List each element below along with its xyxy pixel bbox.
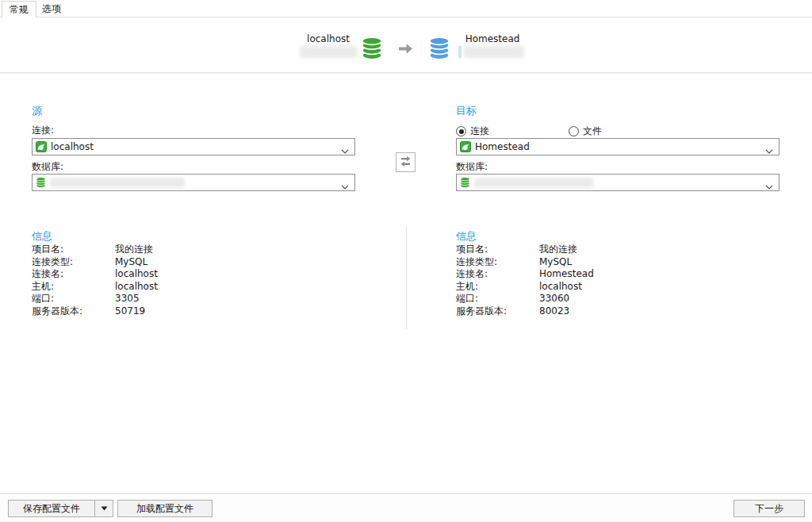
radio-unselected-icon xyxy=(569,126,579,136)
save-profile-split-button: 保存配置文件 xyxy=(8,500,113,517)
header-source-connection-label: localhost xyxy=(300,33,357,44)
radio-selected-icon xyxy=(456,126,466,136)
info-row: 端口:33060 xyxy=(456,293,594,305)
header-source-db-icon xyxy=(361,36,383,63)
load-profile-button[interactable]: 加载配置文件 xyxy=(117,500,213,517)
source-database-label: 数据库: xyxy=(32,160,63,174)
target-file-radio-label: 文件 xyxy=(583,125,602,138)
save-profile-dropdown-button[interactable] xyxy=(95,501,113,516)
header-target-db-icon xyxy=(428,36,450,63)
target-connection-select[interactable]: Homestead xyxy=(456,138,779,155)
triangle-down-icon xyxy=(101,506,108,511)
tab-general[interactable]: 常规 xyxy=(2,1,36,17)
source-connection-value: localhost xyxy=(51,141,94,152)
info-row: 服务器版本:50719 xyxy=(32,305,158,318)
header-target-connection-label: Homestead xyxy=(462,33,523,44)
tab-strip: 常规 选项 xyxy=(0,0,812,17)
info-row: 连接名:Homestead xyxy=(456,268,594,281)
target-connection-radio-label: 连接 xyxy=(470,125,489,138)
footer-bar: 保存配置文件 加载配置文件 下一步 xyxy=(0,493,812,522)
target-connection-radio[interactable]: 连接 xyxy=(456,125,489,138)
swap-source-target-button[interactable] xyxy=(396,152,416,172)
source-database-select[interactable] xyxy=(32,174,355,191)
target-info-list: 项目名:我的连接 连接类型:MySQL 连接名:Homestead 主机:loc… xyxy=(456,244,594,317)
mysql-connection-icon xyxy=(36,141,47,152)
mysql-connection-icon xyxy=(460,141,471,152)
info-row: 服务器版本:80023 xyxy=(456,305,594,318)
source-section-title: 源 xyxy=(32,104,42,118)
transfer-summary-header: localhost Homestead xyxy=(0,17,812,73)
source-info-list: 项目名:我的连接 连接类型:MySQL 连接名:localhost 主机:loc… xyxy=(32,244,158,317)
save-profile-button[interactable]: 保存配置文件 xyxy=(9,501,95,516)
header-target-caret-bar xyxy=(458,46,462,58)
source-connection-select[interactable]: localhost xyxy=(32,138,355,155)
target-section-title: 目标 xyxy=(456,104,477,118)
target-database-value-redacted xyxy=(474,178,593,188)
source-info-title: 信息 xyxy=(32,229,52,244)
info-row: 项目名:我的连接 xyxy=(32,244,158,256)
transfer-arrow-icon xyxy=(398,43,413,57)
info-row: 端口:3305 xyxy=(32,293,158,305)
target-database-select[interactable] xyxy=(456,174,779,191)
info-row: 连接名:localhost xyxy=(32,268,158,281)
header-target-database-redacted xyxy=(464,46,524,58)
target-info-title: 信息 xyxy=(456,229,477,244)
header-source-database-redacted xyxy=(300,46,357,58)
target-database-label: 数据库: xyxy=(456,160,488,174)
chevron-down-icon xyxy=(341,181,349,192)
source-connection-label: 连接: xyxy=(32,124,54,137)
info-row: 主机:localhost xyxy=(456,281,594,294)
source-database-value-redacted xyxy=(50,178,185,188)
green-database-icon xyxy=(460,176,470,189)
info-row: 连接类型:MySQL xyxy=(456,256,594,269)
next-button[interactable]: 下一步 xyxy=(733,500,805,517)
chevron-down-icon xyxy=(765,181,773,192)
green-database-icon xyxy=(36,176,46,189)
swap-arrows-icon xyxy=(400,155,412,169)
info-row: 主机:localhost xyxy=(32,281,158,294)
info-row: 连接类型:MySQL xyxy=(32,256,158,269)
chevron-down-icon xyxy=(765,145,773,156)
info-vertical-divider xyxy=(406,226,407,329)
target-file-radio[interactable]: 文件 xyxy=(569,125,602,138)
chevron-down-icon xyxy=(341,145,349,156)
target-connection-value: Homestead xyxy=(475,141,530,152)
info-row: 项目名:我的连接 xyxy=(456,244,594,256)
tab-options[interactable]: 选项 xyxy=(35,1,68,17)
